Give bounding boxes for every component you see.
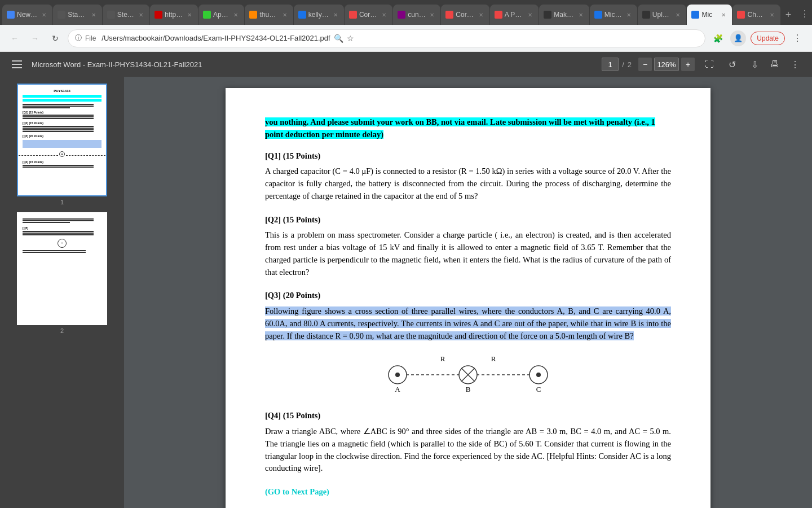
thumbnail-page-num-2: 2 (60, 327, 64, 334)
tab-label: thumbt (259, 11, 278, 19)
tab-makeur[interactable]: Makeur ✕ (539, 5, 589, 25)
tab-favicon (398, 11, 405, 19)
tab-label: Chegg (747, 11, 765, 19)
q4-body: Draw a triangle ABC, where ∠ABC is 90° a… (265, 426, 671, 475)
tab-close-icon[interactable]: ✕ (40, 11, 48, 19)
tab-label: Standa (68, 11, 87, 19)
q1-section: [Q1] (15 Points) A charged capacitor (C … (265, 150, 671, 203)
current-page-input[interactable] (602, 58, 619, 71)
tab-close-icon[interactable]: ✕ (232, 11, 240, 19)
page-separator: / (622, 60, 624, 69)
lock-icon: ⓘ (75, 33, 82, 43)
tab-apoint[interactable]: A Point ✕ (490, 5, 539, 25)
url-prefix: File (85, 34, 96, 42)
pdf-header: you nothing. And please submit your work… (265, 116, 671, 141)
profile-button[interactable]: 👤 (730, 30, 746, 46)
tab-thumbt[interactable]: thumbt ✕ (245, 5, 293, 25)
tab-close-icon[interactable]: ✕ (477, 11, 485, 19)
rotate-button[interactable]: ↺ (724, 56, 740, 72)
fit-page-button[interactable]: ⛶ (701, 56, 717, 72)
tab-close-icon[interactable]: ✕ (526, 11, 534, 19)
download-button[interactable]: ⇩ (747, 56, 762, 72)
tab-close-icon[interactable]: ✕ (186, 11, 193, 19)
more-options-button[interactable]: ⋮ (787, 56, 803, 72)
tab-applic[interactable]: Applic ✕ (198, 5, 245, 25)
zoom-in-button[interactable]: + (681, 58, 695, 71)
tab-label: New Yo (17, 11, 38, 19)
bookmark-icon[interactable]: ☆ (347, 34, 354, 43)
tab-close-icon[interactable]: ✕ (428, 11, 436, 19)
tab-chegg[interactable]: Chegg ✕ (732, 5, 780, 25)
tab-favicon (642, 11, 650, 19)
tab-kellyn[interactable]: kellyn 2 ✕ (294, 5, 344, 25)
thumbnail-1[interactable]: PHYS1434 [Q1] (15 Points) [Q2] (15 Point… (17, 84, 107, 196)
svg-rect-1 (12, 64, 22, 65)
search-icon[interactable]: 🔍 (334, 34, 343, 43)
tab-favicon (495, 11, 502, 19)
tab-favicon (249, 11, 257, 19)
address-bar: ← → ↻ ⓘ File /Users/macbookair/Downloads… (0, 25, 812, 52)
tab-close-icon[interactable]: ✕ (720, 11, 727, 19)
tab-new-yo[interactable]: New Yo ✕ (2, 5, 52, 25)
back-button[interactable]: ← (7, 30, 23, 46)
tab-label: kellyn 2 (308, 11, 329, 19)
tab-label: Upload (652, 11, 672, 19)
svg-rect-0 (12, 60, 22, 62)
q3-diagram-svg: R R A B (361, 353, 575, 398)
tab-close-icon[interactable]: ✕ (281, 11, 289, 19)
svg-text:R: R (491, 354, 496, 363)
url-bar[interactable]: ⓘ File /Users/macbookair/Downloads/Exam-… (68, 29, 705, 47)
tab-close-icon[interactable]: ✕ (674, 11, 682, 19)
main-content: PHYS1434 [Q1] (15 Points) [Q2] (15 Point… (0, 77, 812, 508)
url-text: /Users/macbookair/Downloads/Exam-II-PHYS… (102, 34, 330, 42)
tab-standa[interactable]: Standa ✕ (53, 5, 102, 25)
tab-cunyb[interactable]: cuny b ✕ (393, 5, 440, 25)
tab-correo1[interactable]: Correo ✕ (345, 5, 392, 25)
tab-favicon (594, 11, 602, 19)
tab-close-icon[interactable]: ✕ (768, 11, 776, 19)
q3-section: [Q3] (20 Points) Following figure shows … (265, 290, 671, 398)
tab-close-icon[interactable]: ✕ (625, 11, 633, 19)
new-tab-button[interactable]: + (781, 7, 796, 23)
pdf-toolbar: Microsoft Word - Exam-II-PHYS1434-OL21-F… (0, 52, 812, 77)
tab-label: Correo (359, 11, 378, 19)
svg-rect-2 (12, 67, 22, 68)
tab-label: Applic (213, 11, 230, 19)
pdf-content-area: you nothing. And please submit your work… (124, 77, 812, 508)
extensions-icon[interactable]: 🧩 (710, 30, 726, 46)
pdf-title: Microsoft Word - Exam-II-PHYS1434-OL21-F… (32, 60, 202, 69)
svg-text:A: A (395, 385, 400, 393)
tab-upload[interactable]: Upload ✕ (638, 5, 687, 25)
tab-close-icon[interactable]: ✕ (577, 11, 585, 19)
tab-close-icon[interactable]: ✕ (380, 11, 388, 19)
browser-menu-icon[interactable]: ⋮ (797, 6, 812, 21)
tab-close-icon[interactable]: ✕ (90, 11, 98, 19)
tab-close-icon[interactable]: ✕ (332, 11, 339, 19)
thumbnail-container-2: [Q5] ○ 2 (7, 212, 117, 334)
tab-label: Step 5 (117, 11, 135, 19)
tab-step5[interactable]: Step 5 ✕ (103, 5, 149, 25)
tab-https[interactable]: https:// ✕ (150, 5, 198, 25)
pdf-page: you nothing. And please submit your work… (226, 88, 710, 508)
sidebar-toggle-button[interactable] (9, 56, 25, 72)
tab-favicon (691, 11, 699, 19)
thumbnail-2[interactable]: [Q5] ○ (17, 212, 107, 325)
update-button[interactable]: Update (751, 32, 785, 45)
zoom-out-button[interactable]: − (638, 58, 652, 71)
svg-point-8 (395, 373, 400, 377)
tab-favicon (298, 11, 306, 19)
browser-more-button[interactable]: ⋮ (789, 30, 805, 46)
tab-micros[interactable]: Micros ✕ (590, 5, 637, 25)
tab-favicon (445, 11, 453, 19)
tab-close-icon[interactable]: ✕ (137, 11, 145, 19)
reload-button[interactable]: ↻ (47, 30, 63, 46)
print-button[interactable]: 🖶 (767, 56, 783, 72)
tab-mic[interactable]: Mic ✕ (687, 5, 732, 25)
tab-label: cuny b (408, 11, 426, 19)
header-highlight-text: you nothing. And please submit your work… (265, 117, 655, 139)
tab-label: https:// (165, 11, 183, 19)
forward-button[interactable]: → (27, 30, 43, 46)
go-next-page: (GO to Next Page) (265, 486, 671, 498)
q4-section: [Q4] (15 Points) Draw a triangle ABC, wh… (265, 410, 671, 475)
tab-correo2[interactable]: Correo ✕ (441, 5, 489, 25)
